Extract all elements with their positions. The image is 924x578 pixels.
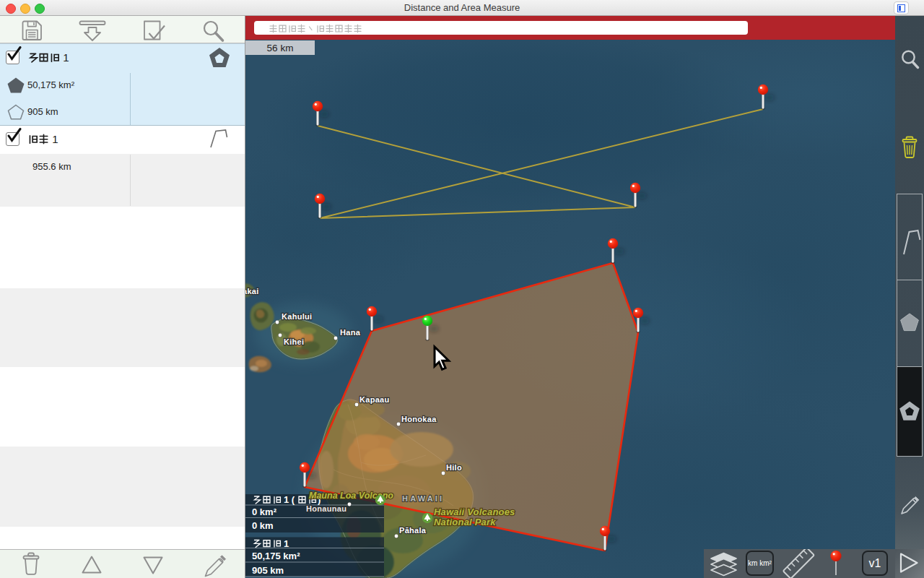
- svg-text:National Park: National Park: [434, 517, 496, 527]
- svg-text:akai: akai: [245, 287, 259, 296]
- svg-text:Kapaau: Kapaau: [359, 395, 390, 404]
- svg-text:Kahului: Kahului: [282, 312, 312, 321]
- svg-text:0 km²: 0 km²: [252, 506, 277, 517]
- svg-text:Pāhala: Pāhala: [399, 526, 427, 535]
- svg-text:50,175 km²: 50,175 km²: [252, 551, 300, 561]
- svg-text:1: 1: [284, 538, 289, 549]
- svg-text:0 km: 0 km: [252, 520, 274, 531]
- svg-text:905 km: 905 km: [252, 565, 284, 576]
- svg-text:HAWAII: HAWAII: [402, 494, 444, 503]
- svg-text:Hawaii Volcanoes: Hawaii Volcanoes: [434, 506, 515, 517]
- svg-text:Kihei: Kihei: [284, 337, 304, 346]
- svg-text:Hana: Hana: [340, 328, 361, 337]
- svg-text:Honokaa: Honokaa: [401, 415, 437, 423]
- svg-text:Honaunau: Honaunau: [306, 504, 346, 513]
- svg-text:Hilo: Hilo: [446, 463, 462, 472]
- svg-text:56 km: 56 km: [267, 43, 294, 53]
- svg-text:1 (: 1 (: [284, 494, 295, 505]
